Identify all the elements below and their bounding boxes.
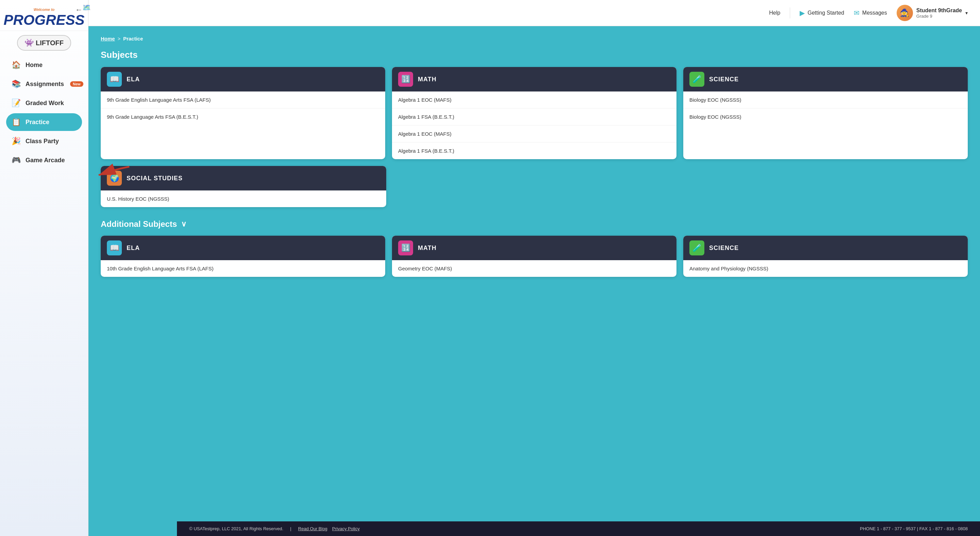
additional-ela-items: 10th Grade English Language Arts FSA (LA… — [101, 260, 385, 277]
getting-started-link[interactable]: ▶ Getting Started — [800, 9, 844, 17]
additional-ela-icon: 📖 — [107, 241, 122, 255]
list-item[interactable]: Anatomy and Physiology (NGSSS) — [683, 260, 968, 277]
social-studies-card: 🌍 SOCIAL STUDIES U.S. History EOC (NGSSS… — [101, 166, 386, 207]
play-circle-icon: ▶ — [800, 9, 805, 17]
additional-subjects-grid: 📖 ELA 10th Grade English Language Arts F… — [101, 236, 968, 277]
class-party-icon: 🎉 — [11, 137, 21, 146]
science-items: Biology EOC (NGSSS) Biology EOC (NGSSS) — [683, 92, 968, 125]
list-item[interactable]: Algebra 1 EOC (MAFS) — [392, 125, 676, 143]
additional-math-icon: 🔢 — [398, 241, 413, 255]
additional-science-header: 🧪 SCIENCE — [683, 236, 968, 260]
messages-link[interactable]: ✉ Messages — [854, 9, 887, 17]
sidebar-item-class-party[interactable]: 🎉 Class Party — [6, 132, 82, 150]
social-studies-items: U.S. History EOC (NGSSS) — [101, 190, 386, 207]
main-content: Help ▶ Getting Started ✉ Messages 🧙 Stud… — [89, 0, 980, 536]
math-card: 🔢 MATH Algebra 1 EOC (MAFS) Algebra 1 FS… — [392, 67, 676, 159]
additional-math-items: Geometry EOC (MAFS) — [392, 260, 676, 277]
practice-icon: 📋 — [11, 118, 21, 127]
sidebar: ← Welcome to PROGRESS 🗺️ 👾 LIFTOFF 🏠 Hom… — [0, 0, 89, 536]
additional-ela-title: ELA — [127, 244, 140, 252]
footer-copyright: © USATestprep, LLC 2021, All Rights Rese… — [189, 526, 283, 531]
additional-ela-card: 📖 ELA 10th Grade English Language Arts F… — [101, 236, 385, 277]
list-item[interactable]: 9th Grade English Language Arts FSA (LAF… — [101, 92, 385, 108]
footer-phone: PHONE 1 - 877 - 377 - 9537 | FAX 1 - 877… — [860, 526, 968, 531]
science-card: 🧪 SCIENCE Biology EOC (NGSSS) Biology EO… — [683, 67, 968, 159]
sidebar-item-label: Graded Work — [25, 100, 64, 107]
list-item[interactable]: Algebra 1 FSA (B.E.S.T.) — [392, 143, 676, 159]
sidebar-item-practice[interactable]: 📋 Practice — [6, 113, 82, 131]
science-card-header: 🧪 SCIENCE — [683, 67, 968, 92]
breadcrumb-home[interactable]: Home — [101, 36, 115, 41]
sidebar-item-label: Home — [25, 62, 43, 69]
ela-title: ELA — [127, 76, 140, 83]
ela-card-header: 📖 ELA — [101, 67, 385, 92]
user-menu[interactable]: 🧙 Student 9thGrade Grade 9 ▾ — [897, 5, 968, 21]
additional-ela-header: 📖 ELA — [101, 236, 385, 260]
social-studies-row: 🌍 SOCIAL STUDIES U.S. History EOC (NGSSS… — [101, 166, 968, 207]
additional-science-icon: 🧪 — [689, 241, 705, 255]
list-item[interactable]: 10th Grade English Language Arts FSA (LA… — [101, 260, 385, 277]
home-icon: 🏠 — [11, 60, 21, 70]
math-card-header: 🔢 MATH — [392, 67, 676, 92]
ela-card: 📖 ELA 9th Grade English Language Arts FS… — [101, 67, 385, 159]
science-title: SCIENCE — [709, 76, 739, 83]
liftoff-icon: 👾 — [24, 38, 34, 47]
list-item[interactable]: 9th Grade Language Arts FSA (B.E.S.T.) — [101, 108, 385, 125]
sidebar-item-label: Assignments — [25, 81, 64, 88]
new-badge: New — [70, 81, 83, 87]
help-link[interactable]: Help — [769, 10, 780, 16]
list-item[interactable]: Algebra 1 FSA (B.E.S.T.) — [392, 108, 676, 125]
assignments-icon: 📚 — [11, 79, 21, 89]
user-name: Student 9thGrade — [916, 8, 962, 14]
list-item[interactable]: Biology EOC (NGSSS) — [683, 108, 968, 125]
additional-math-title: MATH — [418, 244, 437, 252]
user-info: Student 9thGrade Grade 9 — [916, 8, 962, 19]
app-logo: Welcome to PROGRESS 🗺️ — [0, 0, 88, 31]
list-item[interactable]: Geometry EOC (MAFS) — [392, 260, 676, 277]
sidebar-item-label: Practice — [25, 119, 49, 126]
additional-subjects-title[interactable]: Additional Subjects ∨ — [101, 219, 968, 229]
list-item[interactable]: Algebra 1 EOC (MAFS) — [392, 92, 676, 108]
graded-work-icon: 📝 — [11, 98, 21, 108]
social-studies-icon: 🌍 — [107, 171, 122, 186]
additional-math-header: 🔢 MATH — [392, 236, 676, 260]
additional-science-title: SCIENCE — [709, 244, 739, 252]
game-arcade-icon: 🎮 — [11, 156, 21, 165]
user-grade: Grade 9 — [916, 14, 962, 19]
sidebar-item-home[interactable]: 🏠 Home — [6, 56, 82, 74]
messages-label: Messages — [862, 10, 887, 16]
header-divider — [790, 8, 790, 18]
sidebar-item-game-arcade[interactable]: 🎮 Game Arcade — [6, 151, 82, 169]
breadcrumb: Home > Practice — [101, 36, 968, 41]
science-icon: 🧪 — [689, 72, 705, 87]
breadcrumb-current: Practice — [123, 36, 143, 41]
sidebar-item-label: Class Party — [25, 138, 59, 145]
list-item[interactable]: Biology EOC (NGSSS) — [683, 92, 968, 108]
sidebar-item-label: Game Arcade — [25, 157, 65, 164]
footer-privacy-link[interactable]: Privacy Policy — [332, 526, 360, 531]
liftoff-logo: 👾 LIFTOFF — [17, 35, 71, 51]
math-icon: 🔢 — [398, 72, 413, 87]
ela-items: 9th Grade English Language Arts FSA (LAF… — [101, 92, 385, 125]
footer-blog-link[interactable]: Read Our Blog — [298, 526, 327, 531]
sidebar-item-graded-work[interactable]: 📝 Graded Work — [6, 94, 82, 112]
social-studies-header: 🌍 SOCIAL STUDIES — [101, 166, 386, 190]
getting-started-label: Getting Started — [808, 10, 844, 16]
chevron-down-icon: ∨ — [181, 220, 186, 228]
breadcrumb-separator: > — [118, 36, 121, 41]
top-header: Help ▶ Getting Started ✉ Messages 🧙 Stud… — [89, 0, 980, 26]
page-content: Home > Practice Subjects 📖 ELA 9th Grade… — [89, 26, 980, 522]
list-item[interactable]: U.S. History EOC (NGSSS) — [101, 190, 386, 207]
nav-menu: 🏠 Home 📚 Assignments New 📝 Graded Work 📋… — [0, 56, 88, 169]
page-footer: © USATestprep, LLC 2021, All Rights Rese… — [177, 522, 980, 536]
math-title: MATH — [418, 76, 437, 83]
additional-math-card: 🔢 MATH Geometry EOC (MAFS) — [392, 236, 676, 277]
additional-science-items: Anatomy and Physiology (NGSSS) — [683, 260, 968, 277]
sidebar-item-assignments[interactable]: 📚 Assignments New — [6, 75, 82, 93]
mail-icon: ✉ — [854, 9, 859, 17]
subjects-grid: 📖 ELA 9th Grade English Language Arts FS… — [101, 67, 968, 159]
footer-left: © USATestprep, LLC 2021, All Rights Rese… — [189, 526, 360, 531]
avatar: 🧙 — [897, 5, 913, 21]
additional-science-card: 🧪 SCIENCE Anatomy and Physiology (NGSSS) — [683, 236, 968, 277]
footer-divider: | — [290, 526, 291, 531]
